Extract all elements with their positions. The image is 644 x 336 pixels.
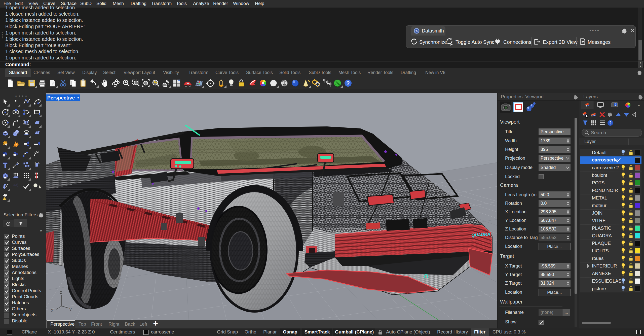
svg-text:y: y <box>69 307 72 312</box>
svg-text:?: ? <box>609 121 612 125</box>
svg-text:z: z <box>60 290 62 295</box>
svg-text:?: ? <box>615 103 616 107</box>
svg-text:x: x <box>51 308 53 313</box>
